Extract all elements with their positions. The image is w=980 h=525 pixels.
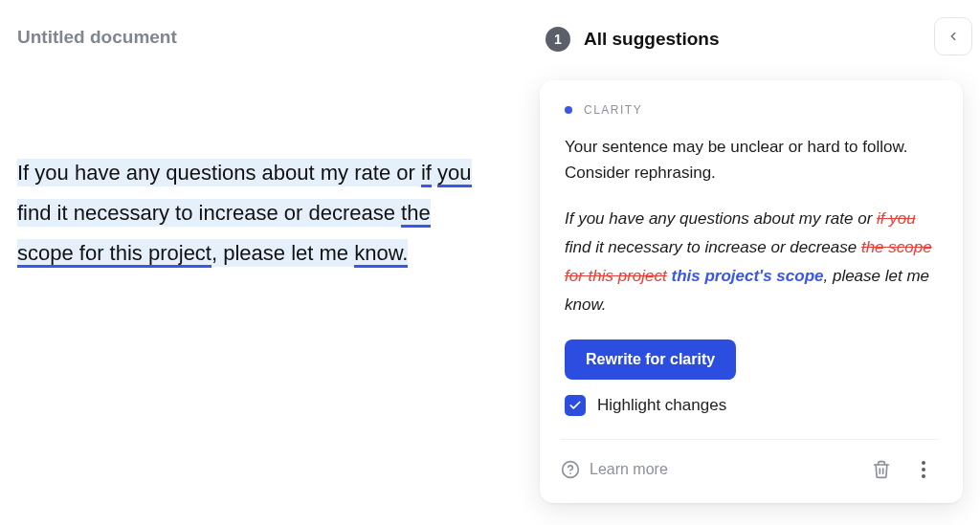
highlight-changes-label: Highlight changes bbox=[597, 396, 726, 415]
highlighted-text[interactable]: If you have any questions about my rate … bbox=[17, 159, 472, 267]
document-title[interactable]: Untitled document bbox=[17, 27, 513, 48]
learn-more-label: Learn more bbox=[590, 461, 668, 478]
underlined-segment[interactable]: if bbox=[421, 161, 432, 187]
underlined-segment[interactable]: you bbox=[437, 161, 471, 187]
category-row: CLARITY bbox=[565, 103, 938, 117]
card-footer: Learn more bbox=[561, 439, 938, 484]
trash-icon bbox=[872, 460, 891, 479]
checkmark-icon bbox=[568, 399, 582, 412]
category-dot-icon bbox=[565, 106, 572, 114]
more-options-button[interactable] bbox=[909, 455, 938, 484]
editor-pane: Untitled document If you have any questi… bbox=[0, 0, 540, 525]
chevron-left-icon bbox=[947, 30, 960, 43]
suggestions-panel: 1 All suggestions CLARITY Your sentence … bbox=[540, 0, 980, 525]
suggestion-card: CLARITY Your sentence may be unclear or … bbox=[540, 80, 963, 503]
suggestions-header-title: All suggestions bbox=[584, 29, 719, 50]
rewrite-button[interactable]: Rewrite for clarity bbox=[565, 339, 736, 380]
more-vertical-icon bbox=[922, 461, 925, 478]
inserted-text: this project's scope bbox=[672, 267, 824, 285]
dismiss-button[interactable] bbox=[867, 455, 896, 484]
suggestion-explanation: Your sentence may be unclear or hard to … bbox=[565, 134, 938, 186]
help-icon bbox=[561, 460, 580, 479]
learn-more-link[interactable]: Learn more bbox=[561, 460, 668, 479]
suggestion-count-badge: 1 bbox=[546, 27, 570, 52]
suggestions-header: 1 All suggestions bbox=[540, 27, 963, 52]
highlight-changes-row: Highlight changes bbox=[565, 395, 938, 416]
category-label: CLARITY bbox=[584, 103, 642, 117]
back-button[interactable] bbox=[934, 17, 972, 55]
rewrite-preview: If you have any questions about my rate … bbox=[565, 205, 938, 318]
document-body[interactable]: If you have any questions about my rate … bbox=[17, 153, 477, 273]
highlight-changes-checkbox[interactable] bbox=[565, 395, 586, 416]
removed-text: if you bbox=[877, 209, 916, 228]
underlined-segment[interactable]: know. bbox=[354, 241, 408, 268]
